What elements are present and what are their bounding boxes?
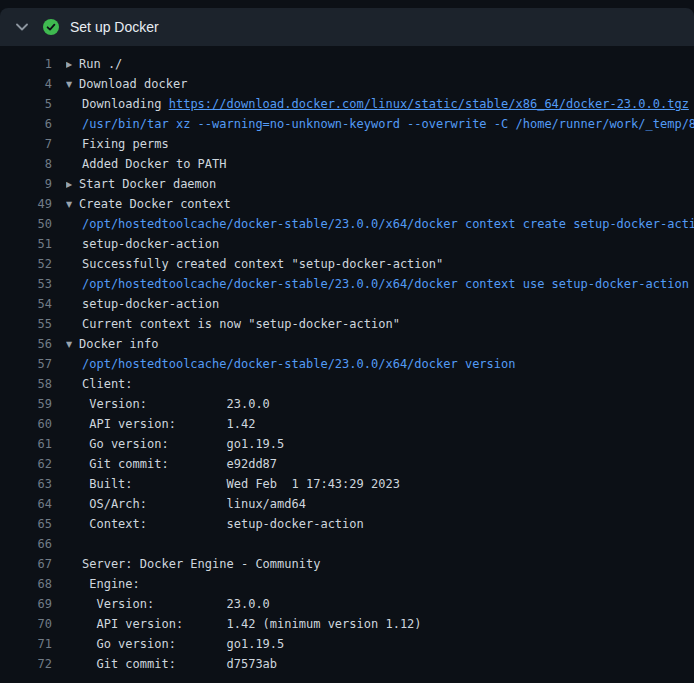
log-line-number[interactable]: 9: [0, 174, 66, 194]
log-line-number[interactable]: 55: [0, 314, 66, 334]
log-line-number[interactable]: 7: [0, 134, 66, 154]
log-text: Downloading https://download.docker.com/…: [66, 94, 694, 114]
log-line: 57/opt/hostedtoolcache/docker-stable/23.…: [0, 354, 694, 374]
log-line: 56▼Docker info: [0, 334, 694, 354]
log-line: 61 Go version: go1.19.5: [0, 434, 694, 454]
log-text: Version: 23.0.0: [66, 394, 694, 414]
log-line-number[interactable]: 69: [0, 594, 66, 614]
log-text: Added Docker to PATH: [66, 154, 694, 174]
log-line-number[interactable]: 50: [0, 214, 66, 234]
log-text: Context: setup-docker-action: [66, 514, 694, 534]
chevron-expanded-icon[interactable]: ▼: [66, 195, 79, 214]
chevron-expanded-icon[interactable]: ▼: [66, 335, 79, 354]
log-command-text: /usr/bin/tar xz --warning=no-unknown-key…: [66, 114, 694, 134]
log-line-number[interactable]: 8: [0, 154, 66, 174]
log-line-number[interactable]: 65: [0, 514, 66, 534]
log-group-title: Docker info: [79, 337, 158, 351]
log-group-header[interactable]: ▶Run ./: [66, 54, 694, 74]
step-header[interactable]: Set up Docker: [0, 8, 694, 46]
log-text: setup-docker-action: [66, 294, 694, 314]
log-line-number[interactable]: 54: [0, 294, 66, 314]
log-command-text: /opt/hostedtoolcache/docker-stable/23.0.…: [66, 214, 694, 234]
log-line: 72 Git commit: d7573ab: [0, 654, 694, 674]
log-line: 52Successfully created context "setup-do…: [0, 254, 694, 274]
log-line-number[interactable]: 70: [0, 614, 66, 634]
log-text: Go version: go1.19.5: [66, 634, 694, 654]
step-title: Set up Docker: [70, 19, 159, 35]
log-line-number[interactable]: 51: [0, 234, 66, 254]
log-line: 71 Go version: go1.19.5: [0, 634, 694, 654]
log-line: 67Server: Docker Engine - Community: [0, 554, 694, 574]
log-line-number[interactable]: 4: [0, 74, 66, 94]
log-text: Successfully created context "setup-dock…: [66, 254, 694, 274]
log-line: 55Current context is now "setup-docker-a…: [0, 314, 694, 334]
log-text: Client:: [66, 374, 694, 394]
log-line-number[interactable]: 6: [0, 114, 66, 134]
log-text: API version: 1.42: [66, 414, 694, 434]
log-line: 49▼Create Docker context: [0, 194, 694, 214]
log-line: 58Client:: [0, 374, 694, 394]
log-line-number[interactable]: 64: [0, 494, 66, 514]
log-line: 64 OS/Arch: linux/amd64: [0, 494, 694, 514]
log-line-number[interactable]: 62: [0, 454, 66, 474]
log-line-number[interactable]: 5: [0, 94, 66, 114]
chevron-collapsed-icon[interactable]: ▶: [66, 55, 79, 74]
log-line-number[interactable]: 63: [0, 474, 66, 494]
log-line: 68 Engine:: [0, 574, 694, 594]
log-line-number[interactable]: 57: [0, 354, 66, 374]
chevron-collapsed-icon[interactable]: ▶: [66, 175, 79, 194]
log-line: 62 Git commit: e92dd87: [0, 454, 694, 474]
log-lines: 1▶Run ./4▼Download docker5Downloading ht…: [0, 54, 694, 674]
log-line-number[interactable]: 49: [0, 194, 66, 214]
log-line: 70 API version: 1.42 (minimum version 1.…: [0, 614, 694, 634]
log-line-number[interactable]: 53: [0, 274, 66, 294]
log-line: 1▶Run ./: [0, 54, 694, 74]
chevron-expanded-icon[interactable]: ▼: [66, 75, 79, 94]
log-text: API version: 1.42 (minimum version 1.12): [66, 614, 694, 634]
log-line: 6/usr/bin/tar xz --warning=no-unknown-ke…: [0, 114, 694, 134]
log-text: Engine:: [66, 574, 694, 594]
log-line-number[interactable]: 67: [0, 554, 66, 574]
log-text: [66, 534, 694, 554]
log-line-number[interactable]: 58: [0, 374, 66, 394]
log-line: 8Added Docker to PATH: [0, 154, 694, 174]
log-line: 7Fixing perms: [0, 134, 694, 154]
success-check-icon: [43, 19, 59, 35]
log-group-header[interactable]: ▼Docker info: [66, 334, 694, 354]
log-container: 1▶Run ./4▼Download docker5Downloading ht…: [0, 46, 694, 674]
download-url-link[interactable]: https://download.docker.com/linux/static…: [169, 97, 689, 111]
log-line: 5Downloading https://download.docker.com…: [0, 94, 694, 114]
log-text: Server: Docker Engine - Community: [66, 554, 694, 574]
log-line: 9▶Start Docker daemon: [0, 174, 694, 194]
log-line-number[interactable]: 1: [0, 54, 66, 74]
log-line-number[interactable]: 72: [0, 654, 66, 674]
log-line: 51setup-docker-action: [0, 234, 694, 254]
log-line: 59 Version: 23.0.0: [0, 394, 694, 414]
log-command-text: /opt/hostedtoolcache/docker-stable/23.0.…: [66, 274, 694, 294]
log-text: Fixing perms: [66, 134, 694, 154]
log-group-header[interactable]: ▼Download docker: [66, 74, 694, 94]
log-text: OS/Arch: linux/amd64: [66, 494, 694, 514]
log-line: 66: [0, 534, 694, 554]
log-line-number[interactable]: 71: [0, 634, 66, 654]
chevron-down-icon[interactable]: [16, 23, 30, 31]
log-text: Go version: go1.19.5: [66, 434, 694, 454]
log-group-title: Download docker: [79, 77, 187, 91]
log-text: Version: 23.0.0: [66, 594, 694, 614]
log-text: Git commit: d7573ab: [66, 654, 694, 674]
log-text: Downloading: [82, 97, 169, 111]
log-line-number[interactable]: 68: [0, 574, 66, 594]
log-line: 65 Context: setup-docker-action: [0, 514, 694, 534]
log-text: Current context is now "setup-docker-act…: [66, 314, 694, 334]
log-line-number[interactable]: 61: [0, 434, 66, 454]
log-text: setup-docker-action: [66, 234, 694, 254]
log-group-header[interactable]: ▼Create Docker context: [66, 194, 694, 214]
log-text: Git commit: e92dd87: [66, 454, 694, 474]
log-group-title: Start Docker daemon: [79, 177, 216, 191]
log-line-number[interactable]: 52: [0, 254, 66, 274]
log-line-number[interactable]: 59: [0, 394, 66, 414]
log-group-header[interactable]: ▶Start Docker daemon: [66, 174, 694, 194]
log-line-number[interactable]: 60: [0, 414, 66, 434]
log-line-number[interactable]: 56: [0, 334, 66, 354]
log-line-number[interactable]: 66: [0, 534, 66, 554]
